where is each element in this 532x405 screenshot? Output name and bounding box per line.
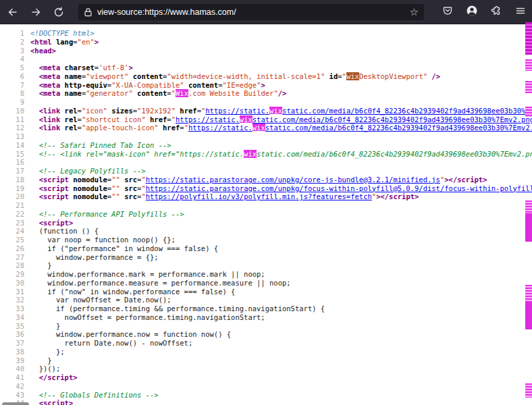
- source-line: 11 <link rel="shortcut icon" href="https…: [0, 115, 532, 124]
- source-line: 38 };: [0, 348, 532, 356]
- source-link[interactable]: https://static.parastorage.com/unpkg/foc…: [146, 184, 532, 192]
- source-token: }: [30, 322, 60, 330]
- source-line: 20 <script nomodule="" src="https://poly…: [0, 192, 532, 201]
- pocket-button[interactable]: [439, 3, 456, 21]
- line-number: 22: [0, 210, 24, 219]
- source-token: (function () {: [30, 227, 99, 235]
- source-token: name: [65, 89, 82, 97]
- source-token: "width=device-width, initial-scale=1": [167, 72, 325, 80]
- source-token: "en": [78, 38, 95, 46]
- source-line: 5 <meta charset='utf-8'>: [0, 63, 532, 72]
- source-token: nomodule: [73, 192, 107, 200]
- line-number: 15: [0, 150, 24, 159]
- source-token: >: [95, 38, 99, 46]
- source-link[interactable]: https://static.: [205, 107, 269, 115]
- source-line: 9: [0, 98, 532, 107]
- source-token: wix: [346, 72, 359, 80]
- source-line: 41 </script>: [0, 373, 532, 382]
- back-button[interactable]: [3, 3, 23, 21]
- source-line: 6 <meta name="viewport" content="width=d…: [0, 72, 532, 81]
- line-number: 16: [0, 158, 24, 167]
- line-number: 37: [0, 339, 24, 348]
- source-token: <!-- Performance API Polyfills -->: [39, 210, 184, 218]
- scrollbar[interactable]: [525, 25, 532, 405]
- source-token: [30, 192, 39, 200]
- source-link[interactable]: https://static.: [176, 115, 240, 124]
- source-token: window.performance.mark = performance.ma…: [30, 270, 265, 278]
- source-line: 30 window.performance.measure = performa…: [0, 279, 532, 288]
- source-line: 13: [0, 132, 532, 141]
- source-line: 16: [0, 158, 532, 167]
- source-token: <script>: [39, 219, 74, 227]
- source-line: 35 }: [0, 322, 532, 331]
- source-lines: 1<!DOCTYPE html>2<html lang="en">3<head>…: [0, 29, 532, 405]
- line-number: 41: [0, 373, 24, 382]
- source-token: id: [329, 72, 338, 80]
- source-token: if ("now" in window.performance === fals…: [30, 288, 235, 296]
- source-token: [30, 176, 39, 184]
- source-line: 28 }: [0, 261, 532, 270]
- extensions-icon: [491, 5, 502, 19]
- source-line: 32 var nowOffset = Date.now();: [0, 296, 532, 304]
- source-token: }: [30, 261, 52, 269]
- find-match-mark: [525, 59, 532, 71]
- source-token: href: [180, 107, 196, 115]
- reload-button[interactable]: [49, 3, 69, 21]
- source-line: 17 <!-- Legacy Polyfills -->: [0, 167, 532, 176]
- source-token: <!-- Globals Definitions -->: [39, 391, 159, 399]
- horizontal-scrollbar-thumb[interactable]: [2, 402, 29, 405]
- line-number: 12: [0, 124, 24, 132]
- source-line: 18 <script nomodule="" src="https://stat…: [0, 176, 532, 184]
- source-token: [30, 184, 39, 192]
- url-text[interactable]: view-source:https://www.hamas.com/: [97, 7, 406, 17]
- extensions-button[interactable]: [487, 3, 505, 21]
- source-link[interactable]: https://static.: [188, 124, 252, 132]
- source-link[interactable]: wix: [252, 124, 265, 132]
- source-line: 25 var noop = function noop() {};: [0, 236, 532, 244]
- source-line: 12 <link rel="apple-touch-icon" href="ht…: [0, 124, 532, 132]
- source-line: 31 if ("now" in window.performance === f…: [0, 288, 532, 296]
- menu-button[interactable]: [512, 3, 529, 21]
- source-line: 19 <script nomodule="" src="https://stat…: [0, 184, 532, 193]
- source-token: <script: [39, 184, 74, 192]
- source-token: <script>: [39, 399, 74, 405]
- source-token: <meta: [39, 89, 65, 97]
- source-token: content: [188, 81, 218, 89]
- url-bar[interactable]: view-source:https://www.hamas.com/ ☆: [78, 4, 424, 20]
- source-link[interactable]: https://static.parastorage.com/unpkg/cor…: [146, 176, 440, 184]
- star-icon[interactable]: ☆: [410, 6, 419, 18]
- source-token: "shortcut icon": [82, 115, 146, 124]
- source-link[interactable]: static.com/media/b6c0f4_82236c4b2939402f…: [265, 124, 532, 132]
- source-line: 43 <!-- Globals Definitions -->: [0, 391, 532, 400]
- account-button[interactable]: [463, 3, 481, 21]
- source-line: 10 <link rel="icon" sizes="192x192" href…: [0, 107, 532, 115]
- source-line: 4: [0, 55, 532, 63]
- source-link[interactable]: https://polyfill.io/v3/polyfill.min.js?f…: [146, 192, 372, 200]
- source-link[interactable]: static.com/media/b6c0f4_82236c4b2939402f…: [282, 107, 532, 115]
- line-number: 29: [0, 270, 24, 279]
- source-link[interactable]: wix: [240, 115, 252, 124]
- source-token: charset: [65, 63, 95, 72]
- source-token: href: [150, 115, 167, 124]
- source-token: var noop = function noop() {};: [30, 236, 176, 244]
- line-number: 33: [0, 304, 24, 313]
- source-line: 29 window.performance.mark = performance…: [0, 270, 532, 279]
- source-link[interactable]: static.com/media/b6c0f4_82236c4b2939402f…: [252, 115, 532, 124]
- source-line: 8 <meta name="generator" content="Wix.co…: [0, 89, 532, 98]
- line-number: 25: [0, 236, 24, 244]
- forward-button[interactable]: [26, 3, 46, 21]
- line-number: 42: [0, 382, 24, 391]
- source-line: 33 if (performance.timing && performance…: [0, 304, 532, 313]
- line-number: 21: [0, 201, 24, 210]
- source-link[interactable]: wix: [269, 107, 282, 115]
- source-token: window.performance.now = function now() …: [30, 330, 231, 338]
- line-number: 40: [0, 364, 24, 373]
- line-number: 30: [0, 279, 24, 288]
- source-token: window.performance.measure = performance…: [30, 279, 291, 287]
- source-token: href: [163, 124, 180, 132]
- source-line: 24 (function () {: [0, 227, 532, 236]
- source-token: [30, 115, 39, 124]
- source-token: if ("performance" in window === false) {: [30, 244, 218, 252]
- line-number: 1: [0, 29, 24, 38]
- source-token: "apple-touch-icon": [82, 124, 159, 132]
